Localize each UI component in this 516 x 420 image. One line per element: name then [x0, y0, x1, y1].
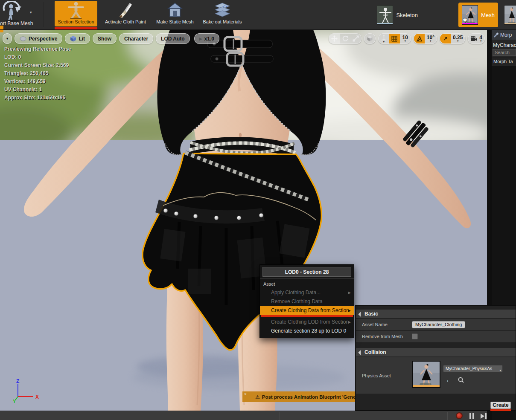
warning-triangle-icon: ⚠: [255, 394, 260, 400]
menu-item-create-clothing-data[interactable]: Create Clothing Data from Section ▶: [260, 306, 354, 315]
lod-auto-label: LOD Auto: [161, 36, 185, 42]
viewport-toolbar: ▾ Perspective Lit Show Character LOD Aut…: [3, 33, 219, 44]
local-axes-button[interactable]: ▾: [379, 34, 389, 43]
rotation-snap-value[interactable]: 10° ▾: [425, 34, 437, 43]
import-base-mesh-label: ort Base Mesh: [0, 20, 43, 26]
section-selection-icon: [67, 1, 85, 19]
physics-asset-dropdown[interactable]: MyCharacter_PhysicsAs ▾: [443, 365, 503, 372]
morph-tool-icon: [493, 32, 499, 38]
scale-snap-arrow-icon: ↗: [443, 36, 448, 41]
morph-search-input[interactable]: Search: [493, 49, 516, 56]
physics-asset-row: Physics Asset MyCharacter: [356, 357, 516, 394]
character-button[interactable]: Character: [119, 33, 153, 44]
viewport-snap-toolbar: ▾ 10 ▾ 10° ▾: [329, 33, 485, 44]
scale-snap-toggle[interactable]: ↗: [440, 34, 451, 43]
house-icon: [167, 1, 183, 19]
asset-name-field[interactable]: MyCharacter_Clothing: [412, 321, 465, 328]
warning-close-icon[interactable]: ×: [244, 392, 247, 397]
coordinate-space-button-group: [364, 33, 376, 44]
stats-line: LOD: 0: [4, 53, 71, 61]
record-button[interactable]: [456, 412, 463, 419]
character-label: Character: [124, 36, 148, 42]
tab-skeleton[interactable]: Skeleton: [373, 3, 421, 27]
section-selection-button[interactable]: Section Selection: [55, 1, 97, 26]
stats-line: Approx Size: 131x69x195: [4, 94, 71, 102]
lit-button[interactable]: Lit: [65, 33, 90, 44]
make-static-mesh-button[interactable]: Make Static Mesh: [154, 1, 196, 26]
grid-snap-toggle[interactable]: [389, 34, 400, 43]
mesh-thumbnail: ✱: [462, 5, 478, 25]
menu-item-create-clothing-lod[interactable]: Create Clothing LOD from Section ▶: [260, 318, 354, 327]
tutorial-highlight-section-selection: [55, 27, 97, 29]
activate-cloth-paint-button[interactable]: Activate Cloth Paint: [99, 1, 152, 26]
bake-out-materials-button[interactable]: Bake out Materials: [198, 1, 246, 26]
pause-button[interactable]: [469, 413, 474, 419]
rotate-tool-button[interactable]: [340, 34, 350, 43]
tab-skeleton-label: Skeleton: [396, 12, 418, 18]
physics-asset-actions: ←: [446, 376, 464, 383]
activate-cloth-paint-label: Activate Cloth Paint: [105, 19, 146, 24]
lit-label: Lit: [79, 36, 85, 42]
remove-from-mesh-label: Remove from Mesh: [362, 334, 403, 339]
camera-speed-button[interactable]: 4▾: [468, 34, 484, 43]
morph-asset-name: MyCharac: [493, 42, 516, 48]
menu-item-generate-section[interactable]: Generate section 28 up to LOD 0: [260, 327, 354, 336]
camera-icon: [470, 36, 478, 41]
warning-text: Post process Animation Blueprint 'Genesi: [262, 394, 355, 400]
tutorial-highlight-fragment: [0, 26, 3, 29]
show-label: Show: [98, 36, 111, 42]
layers-icon: [214, 1, 231, 19]
use-selected-asset-icon[interactable]: ←: [446, 376, 452, 383]
timeline-bar[interactable]: [0, 411, 487, 420]
rotation-snap-toggle[interactable]: [414, 34, 425, 43]
step-forward-button[interactable]: [481, 413, 487, 419]
import-dropdown-caret-icon[interactable]: ▾: [30, 10, 32, 14]
morph-tab-label: Morp: [500, 32, 512, 38]
clothing-create-details-panel: Basic Asset Name MyCharacter_Clothing Re…: [355, 305, 516, 411]
transform-tools-group: [329, 33, 361, 44]
import-base-mesh-button[interactable]: ▾ ort Base Mesh: [0, 0, 43, 30]
remove-from-mesh-checkbox[interactable]: [412, 333, 418, 339]
tab-morph-target-previewer[interactable]: Morp: [492, 30, 516, 40]
show-button[interactable]: Show: [93, 33, 117, 44]
perspective-button[interactable]: Perspective: [15, 33, 62, 44]
axes-widget-icon: [381, 35, 387, 41]
collision-category-header[interactable]: Collision: [356, 348, 516, 357]
playback-speed-label: x1.0: [204, 36, 214, 42]
column-divider: [410, 331, 410, 342]
morph-target-column-header[interactable]: Morph Ta: [492, 58, 516, 65]
move-tool-button[interactable]: [329, 34, 340, 43]
axis-y-label: Y: [13, 399, 16, 403]
physics-asset-thumbnail[interactable]: [412, 361, 440, 388]
playback-speed-button[interactable]: ▶ x1.0: [194, 33, 219, 44]
warning-banner: × ⚠ Post process Animation Blueprint 'Ge…: [242, 391, 355, 402]
make-static-mesh-label: Make Static Mesh: [156, 19, 193, 24]
section-context-menu: LOD0 - Section 28 Asset Apply Clothing D…: [259, 264, 354, 338]
scale-tool-button[interactable]: [350, 34, 361, 43]
expand-triangle-icon: [358, 350, 363, 355]
axes-caret-icon: ▾: [383, 41, 385, 43]
perspective-label: Perspective: [29, 36, 57, 42]
axis-z-label: Z: [16, 378, 19, 384]
browse-asset-icon[interactable]: [458, 377, 464, 383]
grid-snap-value[interactable]: 10 ▾: [400, 34, 411, 43]
column-divider: [410, 357, 410, 394]
menu-item-remove-clothing-data[interactable]: Remove Clothing Data: [260, 297, 354, 306]
camera-speed-caret-icon: ▾: [480, 40, 481, 42]
basic-category-header[interactable]: Basic: [356, 310, 516, 319]
viewport-options-caret-icon: ▾: [6, 37, 8, 41]
viewport-options-dropdown[interactable]: ▾: [3, 33, 12, 44]
create-button[interactable]: Create: [490, 402, 511, 409]
menu-item-apply-clothing-data[interactable]: Apply Clothing Data... ▶: [260, 288, 354, 297]
lod-auto-button[interactable]: LOD Auto: [156, 33, 190, 44]
physics-asset-label: Physics Asset: [362, 373, 391, 378]
stats-line: UV Channels: 1: [4, 86, 71, 94]
bake-out-materials-label: Bake out Materials: [203, 19, 242, 24]
coordinate-space-button[interactable]: [364, 34, 375, 43]
scale-snap-value[interactable]: 0.25 ▾: [451, 34, 465, 43]
tab-animation[interactable]: [501, 3, 516, 27]
tutorial-highlight-menu-item: [261, 315, 353, 317]
tutorial-highlight-create: [490, 409, 511, 411]
tab-mesh[interactable]: ✱ Mesh: [458, 3, 498, 27]
timeline-separator: [280, 412, 280, 420]
